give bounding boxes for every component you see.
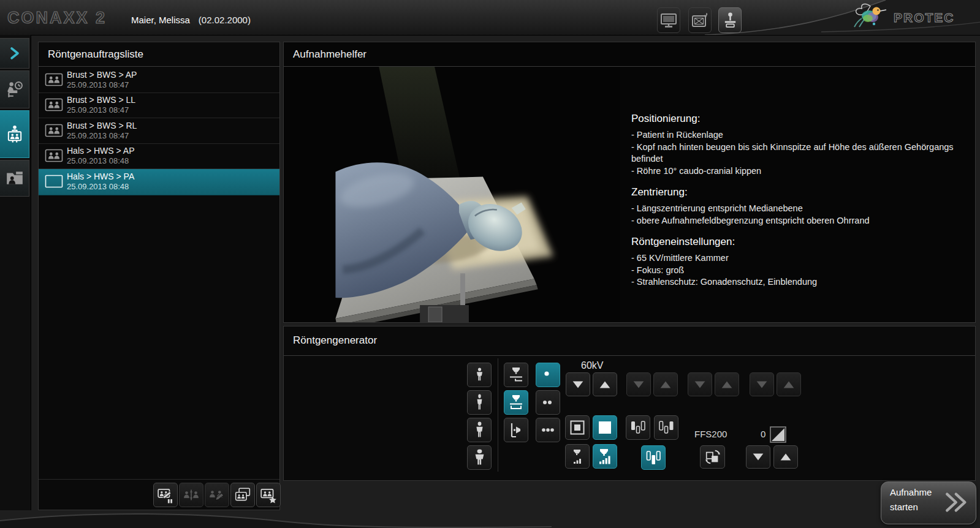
worklist-row[interactable]: Brust > BWS > AP 25.09.2013 08:47 <box>39 67 279 93</box>
xray-order-icon <box>45 97 63 115</box>
ms-down-button[interactable] <box>750 372 774 396</box>
patient-large-icon <box>473 449 487 467</box>
patient-banner: Maier, Melissa(02.02.2000) <box>131 15 251 25</box>
section-heading: Röntgeneinstellungen: <box>631 236 965 248</box>
patient-size-normal-button[interactable] <box>467 418 492 442</box>
favorite-order-icon <box>260 486 277 503</box>
worklist-header-divider <box>39 66 279 67</box>
detector-button[interactable] <box>688 7 712 33</box>
wall-stand-icon <box>507 421 525 439</box>
density-value-label: 0 <box>761 429 765 439</box>
worklist-title: Röntgenauftragsliste <box>48 48 143 61</box>
instruction-line: - Strahlenschutz: Gonadenschutz, Einblen… <box>631 276 965 289</box>
chamber-right-button[interactable] <box>654 415 678 440</box>
wall-stand-button[interactable] <box>504 418 528 442</box>
double-chevron-icon <box>944 492 970 513</box>
patient-size-child-button[interactable] <box>467 363 492 387</box>
monitor-button[interactable] <box>657 7 680 33</box>
start-acquisition-label-line2: starten <box>890 502 918 512</box>
arrow-down-icon <box>750 449 766 465</box>
chamber-left-icon <box>629 420 647 436</box>
order-datetime: 25.09.2013 08:47 <box>67 105 129 115</box>
worklist-row-selected[interactable]: Hals > HWS > PA 25.09.2013 08:48 <box>39 169 279 195</box>
density-down-button[interactable] <box>746 445 770 469</box>
patient-child-icon <box>475 368 484 382</box>
density-up-button[interactable] <box>773 445 798 469</box>
tube-high-dose-icon <box>596 447 614 466</box>
worklist-row[interactable]: Brust > BWS > LL 25.09.2013 08:47 <box>39 92 279 118</box>
kv-down-button[interactable] <box>566 372 590 396</box>
chamber-center-button[interactable] <box>641 445 666 470</box>
worklist-row[interactable]: Hals > HWS > AP 25.09.2013 08:48 <box>39 143 279 169</box>
arrow-up-icon <box>597 377 613 393</box>
arrow-down-icon <box>631 377 647 393</box>
kv-value-label: 60kV <box>581 360 603 371</box>
worklist-row[interactable]: Brust > BWS > RL 25.09.2013 08:47 <box>39 118 279 144</box>
tube-stand-icon <box>721 11 739 29</box>
arrow-down-icon <box>754 377 770 393</box>
kv-up-button[interactable] <box>593 372 617 396</box>
ma-up-button[interactable] <box>715 372 739 396</box>
expand-icon <box>7 46 22 61</box>
worklist-toolbar-divider <box>39 479 279 480</box>
generator-header-divider <box>284 355 975 356</box>
dose-high-button[interactable] <box>593 444 617 469</box>
edit-patient-icon <box>208 486 226 503</box>
tube-over-table-icon <box>507 366 525 384</box>
chamber-center-icon <box>645 450 662 466</box>
patient-schedule-icon <box>6 80 24 99</box>
sidebar-item-expand[interactable] <box>0 38 29 69</box>
chamber-left-button[interactable] <box>626 415 650 440</box>
order-datetime: 25.09.2013 08:48 <box>67 156 129 165</box>
ma-down-button[interactable] <box>688 372 712 396</box>
order-title: Brust > BWS > LL <box>67 95 135 105</box>
patient-birthdate: (02.02.2000) <box>199 15 251 25</box>
density-icon <box>770 426 786 443</box>
dose-low-button[interactable] <box>565 444 590 469</box>
sidebar-item-schedule[interactable] <box>0 70 29 108</box>
ffs-label: FFS200 <box>694 429 727 439</box>
focus-two-button[interactable] <box>536 390 560 415</box>
section-heading: Positionierung: <box>631 113 965 125</box>
exam-station-icon <box>6 125 24 143</box>
patient-thin-icon <box>476 394 484 412</box>
arrow-up-icon <box>781 377 797 393</box>
order-title: Hals > HWS > AP <box>67 146 134 156</box>
instruction-line: - Kopf nach hinten beugen bis sich Kinns… <box>631 141 965 165</box>
rotate-format-icon <box>704 448 721 466</box>
patient-folder-icon <box>6 170 24 186</box>
tube-stand-button[interactable] <box>718 7 742 33</box>
arrow-down-icon <box>692 377 708 393</box>
ffs-toggle-button[interactable] <box>700 445 725 469</box>
collimation-small-button[interactable] <box>565 415 590 440</box>
start-acquisition-button[interactable]: Aufnahme starten <box>881 481 976 524</box>
patient-normal-icon <box>474 421 485 439</box>
order-title: Brust > BWS > RL <box>67 121 137 130</box>
focus-three-button[interactable] <box>536 418 560 442</box>
helper-title: Aufnahmehelfer <box>293 48 367 61</box>
patient-size-large-button[interactable] <box>467 445 492 470</box>
ms-up-button[interactable] <box>777 372 801 396</box>
arrow-up-icon <box>778 449 794 465</box>
sidebar-item-patient-folder[interactable] <box>0 160 29 197</box>
top-bar: CONAXX 2 Maier, Melissa(02.02.2000) <box>0 0 980 36</box>
order-datetime: 25.09.2013 08:47 <box>67 80 129 89</box>
swap-patient-icon <box>183 486 200 503</box>
order-datetime: 25.09.2013 08:47 <box>67 131 129 140</box>
table-free-button[interactable] <box>504 363 528 387</box>
patient-size-thin-button[interactable] <box>467 390 492 415</box>
table-bucky-button[interactable] <box>504 390 528 415</box>
copy-order-icon <box>234 486 251 503</box>
detector-plug-icon <box>691 12 709 29</box>
mas-down-button[interactable] <box>626 372 651 396</box>
empty-order-icon <box>45 174 63 191</box>
focus-one-button[interactable] <box>536 363 560 387</box>
collimation-small-icon <box>568 418 587 437</box>
helper-instructions: Positionierung: - Patient in Rückenlage … <box>631 113 965 289</box>
instruction-line: - 65 KV/mittlere Kammer <box>631 252 965 265</box>
app-logo: CONAXX 2 <box>7 9 107 28</box>
mas-up-button[interactable] <box>653 372 678 396</box>
collimation-open-button[interactable] <box>593 415 617 440</box>
sidebar-item-exam[interactable] <box>0 110 29 158</box>
two-dots-icon <box>539 394 556 411</box>
